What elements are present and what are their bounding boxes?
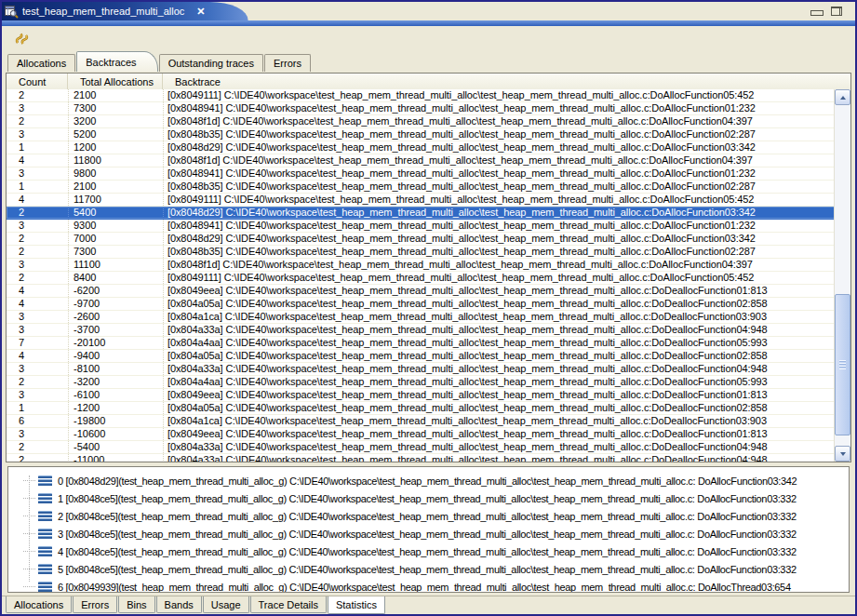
cell-total-allocations: 2100 [68, 181, 163, 193]
cell-count: 3 [7, 311, 68, 323]
table-row[interactable]: 28400[0x8049111] C:\IDE40\workspace\test… [7, 272, 850, 285]
table-row[interactable]: 27000[0x8048d29] C:\IDE40\workspace\test… [7, 233, 850, 246]
frame-item[interactable]: 0 [0x8048d29](test_heap_mem_thread_multi… [8, 472, 849, 489]
vertical-scrollbar[interactable] [834, 89, 850, 462]
table-row[interactable]: 1-1200[0x804a05a] C:\IDE40\workspace\tes… [7, 402, 850, 415]
tab-trace-details[interactable]: Trace Details [250, 596, 327, 613]
tab-statistics[interactable]: Statistics [328, 596, 385, 614]
table-row[interactable]: 11200[0x8048d29] C:\IDE40\workspace\test… [7, 141, 850, 154]
frame-text: 6 [0x8049939](test_heap_mem_thread_multi… [58, 582, 791, 593]
cell-backtrace: [0x8048b35] C:\IDE40\workspace\test_heap… [163, 246, 850, 258]
tab-outstanding-traces[interactable]: Outstanding traces [159, 54, 263, 72]
table-row[interactable]: 3-10600[0x8049eea] C:\IDE40\workspace\te… [7, 428, 850, 441]
frame-item[interactable]: 4 [0x8048ce5](test_heap_mem_thread_multi… [8, 542, 849, 560]
table-row[interactable]: 6-19800[0x804a1ca] C:\IDE40\workspace\te… [7, 415, 850, 428]
cell-count: 4 [7, 154, 68, 167]
cell-backtrace: [0x804a33a] C:\IDE40\workspace\test_heap… [163, 324, 850, 336]
column-header-backtrace[interactable]: Backtrace [163, 74, 850, 89]
frame-item[interactable]: 3 [0x8048ce5](test_heap_mem_thread_multi… [8, 525, 849, 542]
cell-count: 3 [7, 259, 68, 271]
table-row[interactable]: 3-3700[0x804a33a] C:\IDE40\workspace\tes… [7, 324, 850, 337]
table-row[interactable]: 3-8100[0x804a33a] C:\IDE40\workspace\tes… [7, 363, 850, 376]
table-row[interactable]: 2-5400[0x804a33a] C:\IDE40\workspace\tes… [7, 441, 850, 454]
column-header-count[interactable]: Count [7, 74, 68, 89]
table-row[interactable]: 411700[0x8049111] C:\IDE40\workspace\tes… [7, 194, 850, 207]
minimize-icon[interactable] [810, 10, 824, 16]
frame-item[interactable]: 6 [0x8049939](test_heap_mem_thread_multi… [8, 578, 849, 593]
frame-item[interactable]: 2 [0x8048ce5](test_heap_mem_thread_multi… [8, 507, 849, 525]
cell-count: 2 [7, 376, 68, 388]
tab-bins[interactable]: Bins [118, 596, 154, 613]
scroll-up-button[interactable] [835, 89, 850, 105]
compare-traces-icon[interactable] [14, 31, 30, 47]
cell-total-allocations: -8100 [68, 363, 163, 375]
cell-count: 2 [7, 207, 68, 219]
table-row[interactable]: 35200[0x8048b35] C:\IDE40\workspace\test… [7, 128, 850, 141]
table-row[interactable]: 12100[0x8048b35] C:\IDE40\workspace\test… [7, 181, 850, 194]
frame-item[interactable]: 5 [0x8048ce5](test_heap_mem_thread_multi… [8, 560, 849, 578]
table-row[interactable]: 22100[0x8049111] C:\IDE40\workspace\test… [7, 89, 850, 102]
scrollbar-thumb[interactable] [835, 294, 850, 435]
cell-total-allocations: -9700 [68, 298, 163, 310]
cell-backtrace: [0x8048f1d] C:\IDE40\workspace\test_heap… [163, 259, 850, 271]
tab-allocations[interactable]: Allocations [6, 596, 72, 613]
tab-errors[interactable]: Errors [264, 54, 311, 72]
cell-backtrace: [0x8049eea] C:\IDE40\workspace\test_heap… [163, 428, 850, 440]
tab-allocations[interactable]: Allocations [7, 54, 75, 72]
table-row[interactable]: 23200[0x8048f1d] C:\IDE40\workspace\test… [7, 115, 850, 128]
view-tab[interactable]: test_heap_mem_thread_multi_alloc ✕ [2, 2, 210, 20]
cell-count: 2 [7, 115, 68, 127]
cell-backtrace: [0x804a4aa] C:\IDE40\workspace\test_heap… [163, 337, 850, 349]
table-row[interactable]: 2-3200[0x804a4aa] C:\IDE40\workspace\tes… [7, 376, 850, 389]
cell-total-allocations: 8400 [68, 272, 163, 284]
view-title: test_heap_mem_thread_multi_alloc [22, 6, 184, 17]
cell-count: 6 [7, 415, 68, 427]
cell-total-allocations: 5400 [68, 207, 163, 219]
table-row[interactable]: 4-9400[0x804a05a] C:\IDE40\workspace\tes… [7, 350, 850, 363]
table-row[interactable]: 25400[0x8048d29] C:\IDE40\workspace\test… [7, 207, 850, 220]
tab-usage[interactable]: Usage [203, 596, 249, 613]
cell-backtrace: [0x804a33a] C:\IDE40\workspace\test_heap… [163, 454, 850, 462]
cell-total-allocations: 3200 [68, 115, 163, 127]
cell-backtrace: [0x8048d29] C:\IDE40\workspace\test_heap… [163, 233, 850, 245]
table-row[interactable]: 7-20100[0x804a4aa] C:\IDE40\workspace\te… [7, 337, 850, 350]
table-row[interactable]: 311100[0x8048f1d] C:\IDE40\workspace\tes… [7, 259, 850, 272]
close-icon[interactable]: ✕ [194, 6, 208, 18]
cell-backtrace: [0x8049111] C:\IDE40\workspace\test_heap… [163, 89, 850, 101]
cell-count: 3 [7, 128, 68, 141]
arrow-down-icon [840, 452, 846, 459]
table-row[interactable]: 3-2600[0x804a1ca] C:\IDE40\workspace\tes… [7, 311, 850, 324]
column-header-total-allocations[interactable]: Total Allocations [68, 74, 163, 89]
table-row[interactable]: 3-6100[0x8049eea] C:\IDE40\workspace\tes… [7, 389, 850, 402]
heap-analysis-view-window: test_heap_mem_thread_multi_alloc ✕ Alloc… [0, 0, 857, 616]
tab-errors[interactable]: Errors [73, 596, 117, 613]
table-row[interactable]: 27300[0x8048b35] C:\IDE40\workspace\test… [7, 246, 850, 259]
table-row[interactable]: 39300[0x8048941] C:\IDE40\workspace\test… [7, 220, 850, 233]
table-row[interactable]: 37300[0x8048941] C:\IDE40\workspace\test… [7, 102, 850, 115]
cell-count: 2 [7, 246, 68, 258]
heap-analysis-icon [5, 5, 19, 19]
tree-connector-line [29, 475, 30, 582]
stack-frame-icon [38, 564, 52, 575]
cell-backtrace: [0x8049eea] C:\IDE40\workspace\test_heap… [163, 285, 850, 297]
scroll-down-button[interactable] [835, 446, 850, 462]
table-row[interactable]: 4-6200[0x8049eea] C:\IDE40\workspace\tes… [7, 285, 850, 298]
cell-count: 3 [7, 428, 68, 440]
cell-backtrace: [0x804a1ca] C:\IDE40\workspace\test_heap… [163, 415, 850, 427]
table-row[interactable]: 411800[0x8048f1d] C:\IDE40\workspace\tes… [7, 154, 850, 167]
table-row[interactable]: 2-11000[0x804a33a] C:\IDE40\workspace\te… [7, 454, 850, 462]
tab-backtraces[interactable]: Backtraces [76, 51, 157, 72]
maximize-icon[interactable] [831, 7, 842, 16]
table-row[interactable]: 4-9700[0x804a05a] C:\IDE40\workspace\tes… [7, 298, 850, 311]
frame-text: 2 [0x8048ce5](test_heap_mem_thread_multi… [58, 511, 797, 522]
table-row[interactable]: 39800[0x8048941] C:\IDE40\workspace\test… [7, 167, 850, 181]
cell-total-allocations: -2600 [68, 311, 163, 323]
cell-total-allocations: 1200 [68, 141, 163, 154]
cell-count: 1 [7, 181, 68, 193]
tab-bands[interactable]: Bands [156, 596, 202, 613]
cell-count: 7 [7, 337, 68, 349]
cell-total-allocations: -6200 [68, 285, 163, 297]
frame-item[interactable]: 1 [0x8048ce5](test_heap_mem_thread_multi… [8, 489, 849, 507]
view-toolbar [2, 26, 855, 51]
cell-total-allocations: -3200 [68, 376, 163, 388]
